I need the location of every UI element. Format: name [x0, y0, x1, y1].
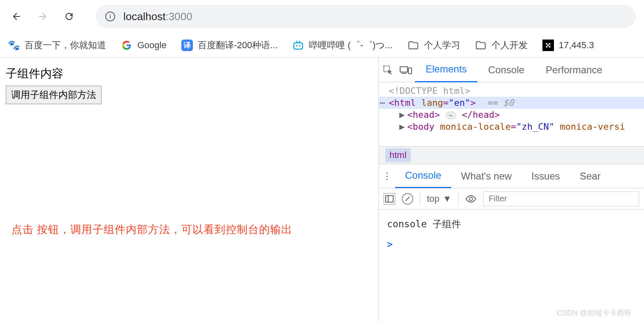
- svg-rect-13: [386, 196, 393, 202]
- bookmark-bilibili[interactable]: 哔哩哔哩 (゜-゜)つ...: [292, 39, 392, 51]
- tab-performance[interactable]: Performance: [535, 58, 613, 82]
- drawer-tabs: ⋮ Console What's new Issues Sear: [379, 164, 644, 188]
- svg-line-15: [405, 197, 410, 201]
- drawer-tab-issues[interactable]: Issues: [521, 164, 570, 188]
- devtools-tabs: Elements Console Performance: [379, 58, 644, 82]
- svg-point-16: [469, 197, 473, 201]
- forward-button[interactable]: [35, 8, 51, 25]
- tab-console[interactable]: Console: [477, 58, 535, 82]
- google-icon: [121, 40, 132, 51]
- svg-rect-8: [549, 46, 551, 47]
- folder-icon: [475, 40, 486, 51]
- selection-dollar: $0: [503, 98, 514, 108]
- paw-icon: 🐾: [8, 40, 20, 51]
- svg-point-1: [296, 45, 298, 47]
- selection-eq: ==: [486, 98, 498, 108]
- drawer-tab-console[interactable]: Console: [395, 164, 451, 188]
- context-selector[interactable]: top ▼: [427, 194, 452, 204]
- console-log-line: console 子组件: [387, 218, 636, 231]
- svg-rect-6: [547, 44, 549, 46]
- bookmark-label: 百度翻译-200种语...: [198, 39, 278, 51]
- bookmark-label: 百度一下，你就知道: [25, 39, 106, 51]
- bookmark-baidu[interactable]: 🐾 百度一下，你就知道: [8, 39, 106, 51]
- separator: [420, 193, 420, 205]
- console-filter-input[interactable]: [483, 191, 639, 206]
- bookmark-folder-dev[interactable]: 个人开发: [475, 39, 528, 51]
- bookmark-translate[interactable]: 译 百度翻译-200种语...: [181, 39, 278, 51]
- bookmark-google[interactable]: Google: [121, 40, 167, 51]
- dom-html-element[interactable]: <html lang="en"> == $0: [379, 97, 644, 109]
- ellipsis-icon[interactable]: ⋯: [445, 112, 456, 119]
- url-text: localhost:3000: [123, 10, 192, 23]
- svg-rect-7: [546, 46, 547, 47]
- elements-breadcrumb[interactable]: html: [379, 146, 644, 164]
- filter-wrap: [483, 191, 639, 206]
- folder-icon: [408, 40, 419, 51]
- back-button[interactable]: [8, 8, 25, 25]
- drawer-tab-whatsnew[interactable]: What's new: [451, 164, 521, 188]
- extension-icon: [542, 40, 554, 51]
- invoke-child-method-button[interactable]: 调用子组件内部方法: [6, 86, 102, 104]
- page-content: 子组件内容 调用子组件内部方法 点击 按钮，调用子组件内部方法，可以看到控制台的…: [0, 58, 378, 322]
- bookmark-label: 个人学习: [424, 39, 460, 51]
- dom-doctype: <!DOCTYPE html>: [379, 85, 644, 97]
- page-title: 子组件内容: [6, 66, 373, 82]
- drawer-tab-search[interactable]: Sear: [570, 164, 611, 188]
- svg-rect-0: [294, 43, 303, 49]
- dom-head-element[interactable]: ▶<head> ⋯ </head>: [379, 109, 644, 121]
- annotation-text: 点击 按钮，调用子组件内部方法，可以看到控制台的输出: [12, 222, 292, 237]
- device-toolbar-icon[interactable]: [397, 58, 415, 82]
- svg-rect-5: [549, 43, 551, 44]
- console-toolbar: top ▼: [379, 188, 644, 210]
- tv-icon: [292, 40, 304, 51]
- bookmark-bar: 🐾 百度一下，你就知道 Google 译 百度翻译-200种语... 哔哩哔哩 …: [0, 33, 644, 58]
- sidebar-toggle-icon[interactable]: [384, 193, 395, 205]
- svg-rect-10: [400, 67, 408, 72]
- tab-elements[interactable]: Elements: [415, 58, 477, 82]
- svg-rect-4: [546, 43, 547, 44]
- elements-tree[interactable]: <!DOCTYPE html> <html lang="en"> == $0 ▶…: [379, 82, 644, 146]
- bookmark-folder-study[interactable]: 个人学习: [408, 39, 460, 51]
- console-body[interactable]: console 子组件 >: [379, 210, 644, 322]
- address-bar[interactable]: i localhost:3000: [95, 5, 636, 28]
- kebab-icon[interactable]: ⋮: [379, 171, 395, 182]
- separator: [458, 193, 459, 205]
- chevron-down-icon: ▼: [443, 194, 452, 204]
- inspect-element-icon[interactable]: [379, 58, 397, 82]
- clear-console-icon[interactable]: [402, 193, 413, 205]
- svg-rect-11: [408, 68, 412, 74]
- watermark: CSDN @前端卡卡西呀: [557, 308, 632, 318]
- url-port: :3000: [166, 10, 192, 23]
- bookmark-label: 17,445.3: [559, 40, 594, 51]
- translate-icon: 译: [181, 40, 193, 51]
- context-label: top: [427, 194, 440, 204]
- reload-button[interactable]: [61, 8, 77, 25]
- url-host: localhost: [123, 10, 166, 23]
- browser-toolbar: i localhost:3000: [0, 0, 644, 33]
- site-info-icon[interactable]: i: [105, 12, 115, 21]
- devtools-panel: Elements Console Performance <!DOCTYPE h…: [378, 58, 644, 322]
- live-expression-icon[interactable]: [465, 195, 477, 203]
- bookmark-extension[interactable]: 17,445.3: [542, 40, 594, 51]
- svg-point-2: [299, 45, 301, 47]
- dom-body-element[interactable]: ▶<body monica-locale="zh_CN" monica-vers…: [379, 121, 644, 133]
- bookmark-label: 哔哩哔哩 (゜-゜)つ...: [309, 39, 392, 51]
- breadcrumb-html[interactable]: html: [385, 148, 411, 162]
- console-prompt-icon[interactable]: >: [387, 239, 636, 250]
- bookmark-label: Google: [137, 40, 167, 51]
- bookmark-label: 个人开发: [491, 39, 528, 51]
